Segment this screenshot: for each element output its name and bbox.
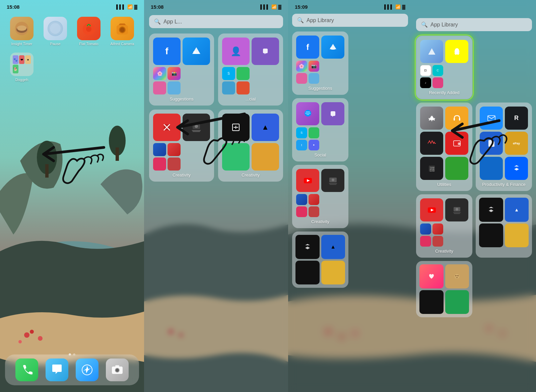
battery-icon-3: ▓ xyxy=(402,4,405,9)
time-3: 15:09 xyxy=(295,4,308,10)
aff1-mini xyxy=(153,143,166,156)
tiktok-m: ♪ xyxy=(420,77,431,88)
social-folder-3[interactable]: S t ● Social xyxy=(292,98,348,161)
app-alfred-camera[interactable]: Alfred Camera xyxy=(109,17,136,46)
svg-rect-58 xyxy=(488,116,495,121)
left-app-grid: f 🌸 📷 Suggestions xyxy=(288,29,412,290)
app-flat-tomato[interactable]: Flat Tomato xyxy=(75,17,102,46)
right-app-grid: ⊡ C ♪ Recently Added xyxy=(412,34,536,319)
flat-tomato-label: Flat Tomato xyxy=(79,42,98,46)
search-icon-3a: 🔍 xyxy=(297,17,304,23)
status-bar: 15:08 ▌▌▌ 📶 ▓ xyxy=(0,0,144,12)
skype-m3: S xyxy=(296,127,307,138)
wifi-icon-3: 📶 xyxy=(395,4,401,9)
suggestions-folder-2[interactable]: f 🌸 📸 Suggestions xyxy=(149,34,214,106)
misc-folder-3b[interactable]: ▲ xyxy=(476,194,532,258)
ig-m3: 📷 xyxy=(309,61,320,72)
svg-point-9 xyxy=(18,340,22,343)
wifi-icon-2: 📶 xyxy=(271,4,277,9)
tinder-3c xyxy=(419,264,444,288)
dock-camera[interactable] xyxy=(106,358,129,381)
yt-3b xyxy=(420,198,443,221)
productivity-folder[interactable]: R ePay Productivity & Finance xyxy=(476,103,532,191)
creativity-title-3a: Creativity xyxy=(296,219,344,224)
misc-grid-3c xyxy=(419,264,469,314)
photos-m3: 🌸 xyxy=(296,61,307,72)
svg-point-62 xyxy=(456,208,458,210)
creativity-folder-3a[interactable]: Creativity xyxy=(292,165,348,228)
panasonic-3b xyxy=(445,198,468,221)
search-bar-3b[interactable]: 🔍 App Library xyxy=(416,18,532,31)
revolut-icon: R xyxy=(505,107,528,130)
suggestions-folder-3[interactable]: f 🌸 📷 Suggestions xyxy=(292,31,348,95)
misc-folder-3a[interactable]: ▲ xyxy=(292,232,348,288)
mini-4 xyxy=(168,81,181,94)
creativity-folder-2b[interactable]: ▲ Creativity xyxy=(218,110,283,182)
discord-m3: ● xyxy=(309,140,320,151)
dock-safari[interactable] xyxy=(76,358,98,381)
social-title-3: Social xyxy=(296,152,344,157)
svg-point-7 xyxy=(30,330,34,334)
status-icons: ▌▌▌ 📶 ▓ xyxy=(116,4,137,9)
mess-icon-3 xyxy=(296,102,319,125)
productivity-title: Productivity & Finance xyxy=(480,182,528,187)
wifi-icon: 📶 xyxy=(127,4,133,9)
misc-folder-3c[interactable] xyxy=(416,261,472,317)
search-bar-2[interactable]: 🔍 App L... xyxy=(149,15,283,28)
recently-mini: ⊡ C ♪ xyxy=(420,65,443,88)
svg-point-53 xyxy=(458,143,459,144)
creativity-apps-2a xyxy=(153,114,210,171)
panel3-right: 🔍 App Library xyxy=(412,0,536,392)
creativity-apps-3a xyxy=(296,169,344,217)
signal-icon-3: ▌▌▌ xyxy=(384,4,394,9)
creativity-folder-2a[interactable]: Creativity xyxy=(149,110,214,182)
misc-3c-4 xyxy=(445,290,469,314)
fb-icon-3: f xyxy=(296,36,319,59)
creativity-mini-3b xyxy=(420,223,443,247)
doggeh-3c xyxy=(445,264,469,288)
recently-added-folder[interactable]: ⊡ C ♪ Recently Added xyxy=(416,36,472,99)
rm4 xyxy=(432,77,444,88)
social-title-2: ...cial xyxy=(222,96,279,102)
appstore-icon-3 xyxy=(321,36,344,59)
svg-point-24 xyxy=(116,369,119,372)
files-icon xyxy=(480,132,503,155)
creativity-title-2b: Creativity xyxy=(222,173,279,178)
svg-rect-5 xyxy=(116,147,119,161)
app-doggeh[interactable]: 🐾 ❤ 🐕 ★ Doggeh xyxy=(8,53,35,82)
app-library-panel-2: 15:08 ▌▌▌ 📶 ▓ 🔍 App L... f xyxy=(144,0,288,392)
sm-s2 xyxy=(309,127,320,138)
viber-icon-2 xyxy=(252,38,279,65)
app-pause[interactable]: Pause xyxy=(42,17,69,46)
sm3 xyxy=(296,73,307,84)
snapchat-icon xyxy=(445,40,468,63)
search-bar-3a[interactable]: 🔍 App Library xyxy=(292,14,408,27)
mini-b3 xyxy=(222,143,250,171)
photos-mini-2: 🌸 xyxy=(153,67,166,80)
mini-c4 xyxy=(168,157,181,171)
mini-s4 xyxy=(237,81,250,94)
social-mini: S xyxy=(222,67,250,94)
svg-point-8 xyxy=(38,336,43,341)
creativity-folder-3b[interactable]: Creativity xyxy=(416,194,472,258)
svg-point-14 xyxy=(50,23,61,34)
utilities-folder[interactable]: 7 8 94 5 61 2 3 Utilities xyxy=(416,103,472,191)
recently-added-wrapper: ⊡ C ♪ Recently Added xyxy=(416,36,472,99)
social-folder-2[interactable]: 👤 S ...cial xyxy=(218,34,283,106)
battery-icon-2: ▓ xyxy=(278,4,281,9)
misc-util xyxy=(445,157,468,180)
app-insight-timer[interactable]: Insight Timer xyxy=(8,17,35,46)
aff2-3b xyxy=(432,223,444,235)
search-placeholder-2: App L... xyxy=(163,19,182,25)
svg-rect-49 xyxy=(454,118,455,121)
svg-point-12 xyxy=(17,25,26,31)
dock-messages[interactable] xyxy=(46,358,68,381)
svg-point-19 xyxy=(120,27,125,32)
time: 15:08 xyxy=(7,4,19,10)
dock-phone[interactable] xyxy=(15,358,38,381)
svg-rect-3 xyxy=(45,164,49,178)
recently-added-title: Recently Added xyxy=(420,90,468,95)
utilities-title: Utilities xyxy=(420,182,468,187)
panel3-left: 15:09 ▌▌▌ 📶 ▓ 🔍 App Library f xyxy=(288,0,412,392)
mini-s3 xyxy=(222,81,235,94)
